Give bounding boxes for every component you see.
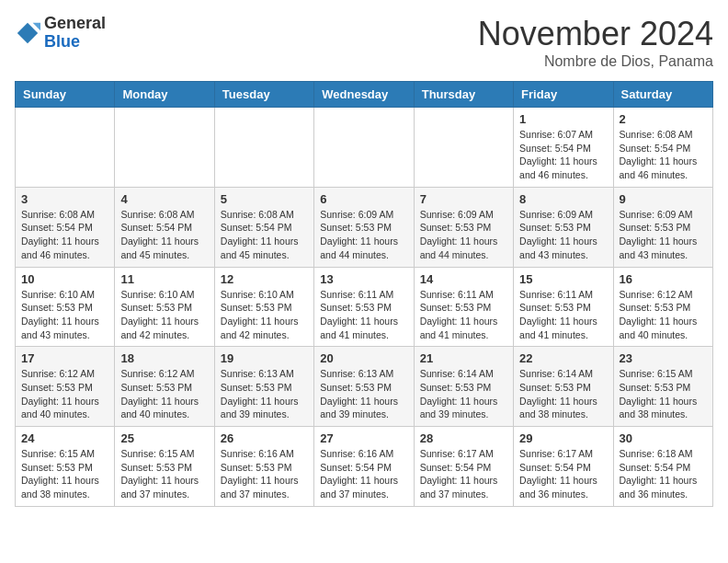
calendar-cell: 29Sunrise: 6:17 AMSunset: 5:54 PMDayligh… [514,427,613,507]
day-info: Sunrise: 6:17 AMSunset: 5:54 PMDaylight:… [519,447,607,501]
day-number: 27 [320,431,407,445]
day-number: 7 [420,192,507,206]
month-title: November 2024 [478,15,713,53]
day-number: 10 [21,272,108,286]
day-info: Sunrise: 6:13 AMSunset: 5:53 PMDaylight:… [221,367,308,421]
calendar-cell: 19Sunrise: 6:13 AMSunset: 5:53 PMDayligh… [214,347,313,427]
day-number: 8 [519,192,607,206]
calendar-cell: 8Sunrise: 6:09 AMSunset: 5:53 PMDaylight… [514,187,613,267]
logo-icon [15,20,40,46]
day-info: Sunrise: 6:16 AMSunset: 5:53 PMDaylight:… [221,447,308,501]
day-info: Sunrise: 6:18 AMSunset: 5:54 PMDaylight:… [620,447,707,501]
calendar-cell: 14Sunrise: 6:11 AMSunset: 5:53 PMDayligh… [414,267,513,347]
day-number: 23 [620,351,707,365]
calendar-cell: 10Sunrise: 6:10 AMSunset: 5:53 PMDayligh… [16,267,115,347]
day-info: Sunrise: 6:09 AMSunset: 5:53 PMDaylight:… [320,208,407,262]
calendar-cell [214,108,313,188]
day-info: Sunrise: 6:14 AMSunset: 5:53 PMDaylight:… [519,367,607,421]
calendar-cell: 27Sunrise: 6:16 AMSunset: 5:54 PMDayligh… [314,427,414,507]
calendar-cell: 23Sunrise: 6:15 AMSunset: 5:53 PMDayligh… [613,347,712,427]
day-info: Sunrise: 6:12 AMSunset: 5:53 PMDaylight:… [21,367,108,421]
week-row-4: 17Sunrise: 6:12 AMSunset: 5:53 PMDayligh… [16,347,713,427]
logo: General Blue [15,15,106,52]
weekday-header-tuesday: Tuesday [214,82,313,108]
weekday-header-sunday: Sunday [16,82,115,108]
day-number: 1 [519,112,607,126]
week-row-5: 24Sunrise: 6:15 AMSunset: 5:53 PMDayligh… [16,427,713,507]
day-number: 21 [420,351,507,365]
day-number: 24 [21,431,108,445]
day-info: Sunrise: 6:11 AMSunset: 5:53 PMDaylight:… [519,288,607,342]
weekday-header-monday: Monday [115,82,214,108]
calendar-cell: 4Sunrise: 6:08 AMSunset: 5:54 PMDaylight… [115,187,214,267]
day-number: 19 [221,351,308,365]
day-number: 15 [519,272,607,286]
day-info: Sunrise: 6:10 AMSunset: 5:53 PMDaylight:… [120,288,208,342]
calendar-cell: 12Sunrise: 6:10 AMSunset: 5:53 PMDayligh… [214,267,313,347]
day-number: 13 [320,272,407,286]
day-info: Sunrise: 6:10 AMSunset: 5:53 PMDaylight:… [221,288,308,342]
day-number: 11 [120,272,208,286]
day-number: 9 [620,192,707,206]
title-block: November 2024 Nombre de Dios, Panama [478,15,713,70]
week-row-1: 1Sunrise: 6:07 AMSunset: 5:54 PMDaylight… [16,108,713,188]
day-info: Sunrise: 6:09 AMSunset: 5:53 PMDaylight:… [620,208,707,262]
day-number: 5 [221,192,308,206]
day-info: Sunrise: 6:09 AMSunset: 5:53 PMDaylight:… [420,208,507,262]
calendar-cell: 30Sunrise: 6:18 AMSunset: 5:54 PMDayligh… [613,427,712,507]
day-info: Sunrise: 6:11 AMSunset: 5:53 PMDaylight:… [420,288,507,342]
day-info: Sunrise: 6:12 AMSunset: 5:53 PMDaylight:… [620,288,707,342]
calendar-cell: 6Sunrise: 6:09 AMSunset: 5:53 PMDaylight… [314,187,414,267]
calendar-cell: 20Sunrise: 6:13 AMSunset: 5:53 PMDayligh… [314,347,414,427]
day-info: Sunrise: 6:07 AMSunset: 5:54 PMDaylight:… [519,128,607,182]
day-info: Sunrise: 6:15 AMSunset: 5:53 PMDaylight:… [620,367,707,421]
day-number: 28 [420,431,507,445]
calendar-cell: 24Sunrise: 6:15 AMSunset: 5:53 PMDayligh… [16,427,115,507]
calendar-cell [16,108,115,188]
day-number: 2 [620,112,707,126]
day-number: 22 [519,351,607,365]
calendar-cell: 11Sunrise: 6:10 AMSunset: 5:53 PMDayligh… [115,267,214,347]
calendar-cell: 1Sunrise: 6:07 AMSunset: 5:54 PMDaylight… [514,108,613,188]
day-number: 14 [420,272,507,286]
day-info: Sunrise: 6:16 AMSunset: 5:54 PMDaylight:… [320,447,407,501]
day-info: Sunrise: 6:15 AMSunset: 5:53 PMDaylight:… [21,447,108,501]
calendar-cell [414,108,513,188]
week-row-3: 10Sunrise: 6:10 AMSunset: 5:53 PMDayligh… [16,267,713,347]
day-info: Sunrise: 6:08 AMSunset: 5:54 PMDaylight:… [21,208,108,262]
calendar-cell: 28Sunrise: 6:17 AMSunset: 5:54 PMDayligh… [414,427,513,507]
calendar-cell: 7Sunrise: 6:09 AMSunset: 5:53 PMDaylight… [414,187,513,267]
weekday-header-wednesday: Wednesday [314,82,414,108]
weekday-header-row: SundayMondayTuesdayWednesdayThursdayFrid… [16,82,713,108]
calendar-cell: 5Sunrise: 6:08 AMSunset: 5:54 PMDaylight… [214,187,313,267]
day-number: 12 [221,272,308,286]
calendar-cell: 15Sunrise: 6:11 AMSunset: 5:53 PMDayligh… [514,267,613,347]
calendar-cell: 18Sunrise: 6:12 AMSunset: 5:53 PMDayligh… [115,347,214,427]
day-number: 18 [120,351,208,365]
day-info: Sunrise: 6:15 AMSunset: 5:53 PMDaylight:… [120,447,208,501]
calendar-cell: 13Sunrise: 6:11 AMSunset: 5:53 PMDayligh… [314,267,414,347]
weekday-header-friday: Friday [514,82,613,108]
calendar-cell [314,108,414,188]
calendar-cell: 25Sunrise: 6:15 AMSunset: 5:53 PMDayligh… [115,427,214,507]
calendar-cell: 2Sunrise: 6:08 AMSunset: 5:54 PMDaylight… [613,108,712,188]
calendar-cell: 21Sunrise: 6:14 AMSunset: 5:53 PMDayligh… [414,347,513,427]
day-number: 3 [21,192,108,206]
svg-marker-0 [17,23,38,43]
day-number: 20 [320,351,407,365]
day-number: 4 [120,192,208,206]
location-subtitle: Nombre de Dios, Panama [478,53,713,70]
weekday-header-thursday: Thursday [414,82,513,108]
calendar-cell: 9Sunrise: 6:09 AMSunset: 5:53 PMDaylight… [613,187,712,267]
day-info: Sunrise: 6:08 AMSunset: 5:54 PMDaylight:… [620,128,707,182]
day-info: Sunrise: 6:14 AMSunset: 5:53 PMDaylight:… [420,367,507,421]
weekday-header-saturday: Saturday [613,82,712,108]
day-number: 26 [221,431,308,445]
day-number: 30 [620,431,707,445]
day-info: Sunrise: 6:08 AMSunset: 5:54 PMDaylight:… [120,208,208,262]
calendar-cell: 3Sunrise: 6:08 AMSunset: 5:54 PMDaylight… [16,187,115,267]
calendar-cell [115,108,214,188]
day-number: 16 [620,272,707,286]
page-header: General Blue November 2024 Nombre de Dio… [15,15,713,70]
day-number: 25 [120,431,208,445]
